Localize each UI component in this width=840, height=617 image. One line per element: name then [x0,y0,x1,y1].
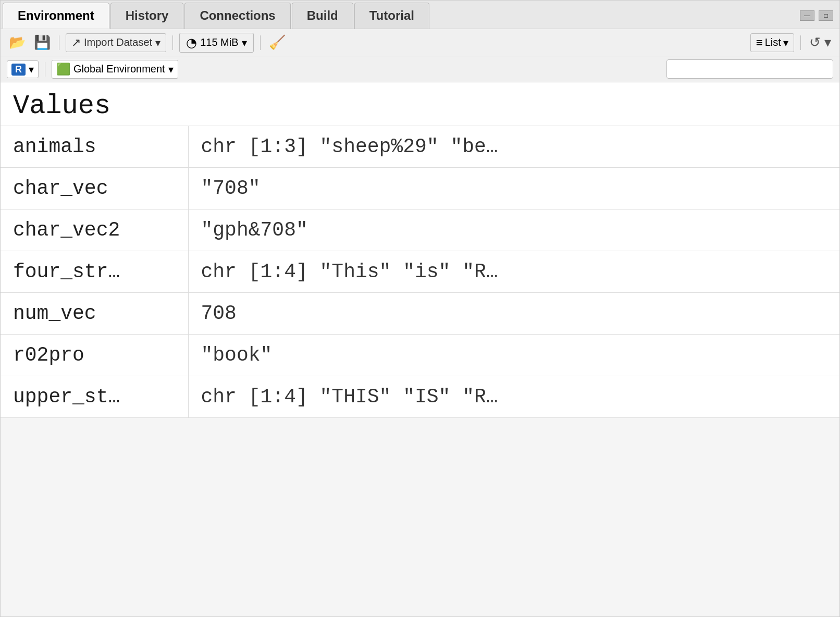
r-select-button[interactable]: R ▾ [7,60,39,78]
table-row[interactable]: num_vec708 [1,293,839,335]
variable-value: "book" [188,335,839,376]
env-dropdown-icon: ▾ [168,63,174,76]
import-icon: ↗ [71,36,81,50]
variable-name: num_vec [1,293,188,335]
tab-spacer [430,3,794,29]
tab-bar: Environment History Connections Build Tu… [1,1,839,29]
table-row[interactable]: char_vec"708" [1,168,839,209]
import-label: Import Dataset [84,36,152,48]
table-row[interactable]: upper_st…chr [1:4] "THIS" "IS" "R… [1,376,839,418]
variable-value: chr [1:4] "This" "is" "R… [188,251,839,293]
r-label: R [11,63,26,76]
toolbar-right-divider [800,35,801,50]
global-env-label: Global Environment [73,63,165,75]
variable-value: chr [1:4] "THIS" "IS" "R… [188,376,839,418]
memory-label: 115 MiB [200,36,238,48]
save-icon: 💾 [34,34,51,50]
values-header: Values [1,82,839,126]
r-dropdown-icon: ▾ [29,63,34,76]
search-input[interactable] [666,59,833,79]
list-button[interactable]: ≡ List ▾ [750,33,794,52]
import-dataset-button[interactable]: ↗ Import Dataset ▾ [66,33,166,52]
variable-value: 708 [188,293,839,335]
minimize-button[interactable]: — [800,10,814,21]
maximize-icon: □ [824,12,827,19]
table-row[interactable]: r02pro"book" [1,335,839,376]
tab-build[interactable]: Build [292,3,353,29]
broom-icon: 🧹 [269,34,286,50]
table-row[interactable]: four_str…chr [1:4] "This" "is" "R… [1,251,839,293]
table-row[interactable]: char_vec2"gph&708" [1,209,839,251]
env-separator [45,62,45,77]
global-env-button[interactable]: 🟩 Global Environment ▾ [52,60,178,79]
list-dropdown-icon: ▾ [783,36,788,49]
toolbar-separator-3 [260,35,261,50]
env-green-icon: 🟩 [56,63,70,76]
toolbar-right: ≡ List ▾ ↺ ▾ [750,32,833,53]
refresh-button[interactable]: ↺ ▾ [807,32,833,53]
memory-circle-icon: ◔ [186,35,197,50]
search-container: 🔍 [666,59,833,79]
env-bar: R ▾ 🟩 Global Environment ▾ 🔍 [1,56,839,82]
list-label: List [765,36,781,48]
variable-name: animals [1,126,188,168]
variable-name: char_vec2 [1,209,188,251]
minimize-icon: — [804,12,810,19]
refresh-icon: ↺ [809,34,821,50]
save-button[interactable]: 💾 [32,32,53,53]
variable-value: "gph&708" [188,209,839,251]
tab-environment[interactable]: Environment [3,3,109,29]
variable-name: r02pro [1,335,188,376]
open-folder-button[interactable]: 📂 [7,32,28,53]
refresh-dropdown-icon: ▾ [824,34,831,50]
variable-name: upper_st… [1,376,188,418]
environment-table: animalschr [1:3] "sheep%29" "be…char_vec… [1,126,839,418]
tab-connections[interactable]: Connections [184,3,290,29]
rstudio-environment-panel: Environment History Connections Build Tu… [0,0,840,617]
folder-icon: 📂 [9,34,26,50]
toolbar-separator-1 [59,35,59,50]
variable-value: chr [1:3] "sheep%29" "be… [188,126,839,168]
window-controls: — □ [794,3,839,29]
import-dropdown-icon: ▾ [155,36,160,49]
clear-button[interactable]: 🧹 [267,32,288,53]
r-badge: R [11,64,26,76]
variable-value: "708" [188,168,839,209]
maximize-button[interactable]: □ [819,10,833,21]
memory-button[interactable]: ◔ 115 MiB ▾ [179,33,253,53]
content-area: Values animalschr [1:3] "sheep%29" "be…c… [1,82,839,616]
list-lines-icon: ≡ [756,36,763,50]
toolbar: 📂 💾 ↗ Import Dataset ▾ ◔ 115 MiB ▾ 🧹 [1,29,839,56]
toolbar-separator-2 [172,35,173,50]
variable-name: four_str… [1,251,188,293]
table-row[interactable]: animalschr [1:3] "sheep%29" "be… [1,126,839,168]
tab-tutorial[interactable]: Tutorial [354,3,429,29]
memory-dropdown-icon: ▾ [242,36,247,49]
variable-name: char_vec [1,168,188,209]
tab-history[interactable]: History [110,3,184,29]
